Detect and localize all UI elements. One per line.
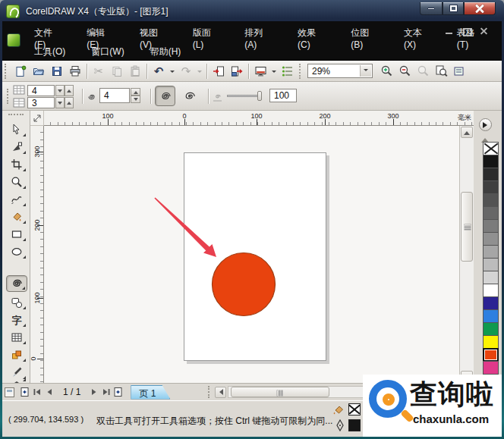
welcome-screen-button[interactable] [279, 62, 297, 80]
slider-handle[interactable] [257, 91, 262, 101]
palette-swatch-navy-blue[interactable] [483, 296, 499, 310]
palette-swatch-white[interactable] [483, 284, 499, 297]
open-button[interactable] [30, 62, 48, 80]
last-page-button[interactable] [100, 386, 112, 398]
palette-swatch-gray-60[interactable] [483, 206, 499, 220]
vertical-scroll-thumb[interactable] [461, 192, 473, 262]
graph-paper-rows-field[interactable]: 3 [27, 97, 55, 108]
export-button[interactable] [228, 62, 246, 80]
scrollbar-splitter[interactable] [208, 386, 212, 398]
crop-tool[interactable] [6, 156, 27, 173]
pick-tool[interactable] [6, 121, 27, 138]
palette-swatch-gray-20[interactable] [483, 258, 499, 271]
options-button[interactable] [450, 62, 468, 80]
menu-text[interactable]: 文本(X) [396, 24, 439, 52]
doc-restore-icon[interactable] [462, 27, 471, 35]
next-page-button[interactable] [88, 386, 100, 398]
toolbar-grip[interactable] [5, 64, 8, 79]
docker-toggle-icon[interactable] [5, 387, 14, 397]
import-button[interactable] [209, 62, 228, 80]
first-page-button[interactable] [31, 386, 43, 398]
graph-paper-columns-field[interactable]: 4 [27, 85, 55, 96]
interactive-blend-tool[interactable] [6, 346, 27, 363]
spin-up-button[interactable] [131, 88, 140, 96]
toolbox-grip[interactable] [8, 114, 24, 116]
logarithmic-spiral-button[interactable] [179, 86, 200, 106]
spiral-revolutions-field[interactable]: 4 [99, 88, 130, 103]
palette-swatch-gray-50[interactable] [483, 219, 499, 233]
scroll-up-button[interactable] [461, 127, 473, 138]
palette-swatch-gray-70[interactable] [483, 193, 499, 207]
zoom-levels-combo[interactable]: 29% [307, 64, 373, 78]
palette-flyout-button[interactable] [479, 118, 492, 131]
zoom-in-button[interactable] [377, 62, 395, 80]
palette-swatch-blue[interactable] [483, 309, 499, 323]
new-document-button[interactable] [11, 62, 30, 80]
red-arrow-annotation[interactable] [154, 197, 216, 257]
add-page-after-button[interactable] [112, 386, 124, 398]
palette-swatch-no-color[interactable] [483, 142, 499, 155]
zoom-out-button[interactable] [395, 62, 414, 80]
palette-swatch-black[interactable] [483, 155, 499, 168]
palette-swatch-gray-10[interactable] [483, 271, 499, 284]
palette-swatch-gray-90[interactable] [483, 168, 499, 181]
minimize-button[interactable] [420, 2, 443, 15]
spin-down-button[interactable] [131, 96, 140, 103]
menu-arrange[interactable]: 排列(A) [237, 24, 279, 52]
doc-close-icon[interactable] [480, 27, 488, 35]
horizontal-scroll-thumb[interactable] [231, 387, 329, 397]
vertical-scrollbar[interactable] [459, 126, 474, 383]
launcher-dropdown-button[interactable] [269, 62, 279, 80]
palette-swatch-magenta[interactable] [483, 361, 499, 375]
zoom-selected-button [414, 62, 432, 80]
symmetrical-spiral-button[interactable] [155, 86, 175, 106]
shape-tool[interactable] [6, 139, 27, 155]
palette-swatch-gray-30[interactable] [483, 245, 499, 259]
rectangle-tool[interactable] [6, 226, 27, 243]
doc-minimize-icon[interactable] [445, 27, 453, 35]
spin-down-button[interactable] [55, 85, 65, 96]
fill-none-indicator[interactable] [348, 403, 361, 415]
zoom-to-page-button[interactable] [432, 62, 450, 80]
freehand-tool[interactable] [6, 191, 27, 208]
ellipse-tool[interactable] [6, 243, 27, 260]
spiral-expansion-field[interactable]: 100 [269, 89, 297, 102]
print-button[interactable] [66, 62, 84, 80]
scroll-left-button[interactable] [215, 387, 226, 398]
page-tab-1[interactable]: 页 1 [131, 385, 170, 400]
outline-color-indicator[interactable] [348, 419, 361, 431]
undo-dropdown-button[interactable] [168, 62, 177, 80]
save-button[interactable] [48, 62, 66, 80]
menu-effects[interactable]: 效果(C) [290, 24, 332, 52]
spin-up-button[interactable] [65, 85, 74, 96]
close-button[interactable] [464, 2, 496, 15]
palette-swatch-gray-40[interactable] [483, 232, 499, 246]
spiral-tool[interactable] [6, 275, 27, 292]
application-launcher-button[interactable] [251, 62, 269, 80]
text-tool[interactable]: 字 [6, 312, 27, 328]
menu-window[interactable]: 窗口(W) [83, 43, 131, 61]
smart-fill-tool[interactable] [6, 209, 27, 225]
menu-help[interactable]: 帮助(H) [143, 43, 189, 61]
menu-tools[interactable]: 工具(O) [27, 43, 73, 61]
palette-swatch-yellow[interactable] [483, 335, 499, 349]
menu-bitmaps[interactable]: 位图(B) [343, 24, 386, 52]
spiral-expansion-slider[interactable] [227, 95, 260, 97]
drawing-canvas[interactable] [44, 126, 459, 383]
ruler-origin[interactable] [30, 111, 44, 126]
add-page-button[interactable] [19, 386, 31, 398]
basic-shapes-tool[interactable] [6, 294, 27, 311]
zoom-combo-dropdown[interactable] [360, 65, 371, 77]
palette-swatch-gray-80[interactable] [483, 180, 499, 194]
previous-page-button[interactable] [43, 386, 55, 398]
palette-swatch-orange-red[interactable] [483, 348, 499, 362]
spin-down-button[interactable] [55, 97, 65, 108]
spin-up-button[interactable] [65, 97, 74, 108]
zoom-tool[interactable] [6, 174, 27, 190]
undo-button[interactable]: ↶ [150, 62, 168, 80]
red-circle-shape[interactable] [213, 253, 276, 316]
maximize-button[interactable] [443, 2, 464, 15]
property-bar-grip[interactable] [7, 89, 11, 104]
palette-swatch-green[interactable] [483, 322, 499, 336]
table-tool[interactable] [6, 329, 27, 346]
